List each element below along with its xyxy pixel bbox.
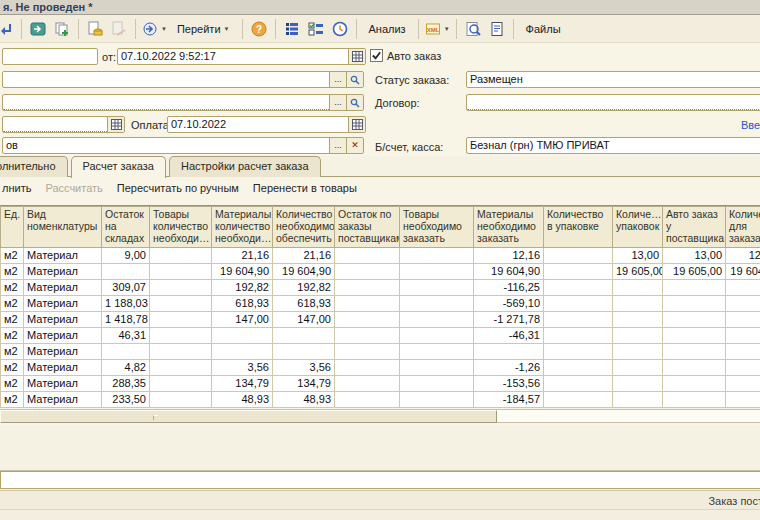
table-cell[interactable]: -46,31 [474, 328, 544, 344]
table-cell[interactable] [400, 344, 474, 360]
table-cell[interactable] [613, 360, 663, 376]
table-cell[interactable] [544, 312, 613, 328]
table-cell[interactable] [400, 360, 474, 376]
table-cell[interactable] [150, 360, 212, 376]
table-cell[interactable] [663, 280, 726, 296]
table-cell[interactable] [544, 248, 613, 264]
auto-order-checkbox[interactable] [370, 49, 383, 62]
table-cell[interactable]: 134,79 [212, 376, 273, 392]
table-row[interactable]: м2Материал233,5048,9348,93-184,57 [1, 392, 760, 408]
table-cell[interactable]: 13,00 [613, 248, 663, 264]
table-cell[interactable] [400, 328, 474, 344]
table-cell[interactable] [544, 360, 613, 376]
table-cell[interactable]: м2 [1, 376, 24, 392]
column-header[interactable]: Количе… упаковок [613, 207, 663, 248]
table-cell[interactable] [400, 280, 474, 296]
table-cell[interactable] [150, 248, 212, 264]
table-cell[interactable] [335, 328, 400, 344]
table-cell[interactable]: 19 604,90 [474, 264, 544, 280]
column-header[interactable]: Авто заказ у поставщика [663, 207, 726, 248]
xml-export-icon[interactable]: XML ▼ [424, 18, 451, 40]
table-cell[interactable]: 12, [726, 248, 760, 264]
table-cell[interactable] [102, 264, 150, 280]
ellipsis-icon[interactable]: ... [329, 72, 346, 87]
table-cell[interactable] [335, 344, 400, 360]
print-preview-icon[interactable] [462, 18, 484, 40]
table-cell[interactable]: 48,93 [273, 392, 335, 408]
copy-add-icon[interactable] [51, 18, 73, 40]
fill-action[interactable]: лнить [2, 182, 31, 194]
table-cell[interactable] [400, 296, 474, 312]
files-button[interactable]: Файлы [519, 18, 568, 40]
table-cell[interactable]: 192,82 [212, 280, 273, 296]
table-cell[interactable] [150, 392, 212, 408]
table-cell[interactable] [613, 376, 663, 392]
table-cell[interactable]: -1,26 [474, 360, 544, 376]
table-cell[interactable]: 192,82 [273, 280, 335, 296]
table-cell[interactable]: м2 [1, 280, 24, 296]
table-cell[interactable]: м2 [1, 328, 24, 344]
back-arrow-icon[interactable] [0, 18, 16, 40]
table-cell[interactable]: -184,57 [474, 392, 544, 408]
table-cell[interactable] [726, 360, 760, 376]
payment-date-field[interactable]: 07.10.2022 [167, 116, 366, 133]
table-cell[interactable] [212, 344, 273, 360]
table-cell[interactable] [613, 328, 663, 344]
table-cell[interactable] [544, 280, 613, 296]
table-cell[interactable] [150, 376, 212, 392]
organization-field[interactable]: ... [2, 71, 364, 88]
checklist-settings-icon[interactable] [305, 18, 327, 40]
table-cell[interactable]: Материал [24, 344, 102, 360]
history-clock-icon[interactable] [329, 18, 351, 40]
table-cell[interactable] [400, 376, 474, 392]
table-cell[interactable] [400, 312, 474, 328]
table-cell[interactable]: 13,00 [663, 248, 726, 264]
refresh-icon[interactable] [27, 18, 49, 40]
table-cell[interactable]: Материал [24, 280, 102, 296]
table-cell[interactable]: Материал [24, 248, 102, 264]
table-cell[interactable]: Материал [24, 264, 102, 280]
table-cell[interactable] [335, 360, 400, 376]
table-cell[interactable]: 21,16 [212, 248, 273, 264]
table-cell[interactable] [613, 344, 663, 360]
clear-icon[interactable]: ✕ [346, 138, 363, 153]
table-row[interactable]: м2Материал [1, 344, 760, 360]
table-cell[interactable] [150, 328, 212, 344]
table-cell[interactable]: Материал [24, 328, 102, 344]
table-cell[interactable]: м2 [1, 248, 24, 264]
table-cell[interactable] [726, 392, 760, 408]
table-cell[interactable]: м2 [1, 296, 24, 312]
table-cell[interactable] [335, 392, 400, 408]
table-cell[interactable]: м2 [1, 344, 24, 360]
table-cell[interactable] [335, 248, 400, 264]
warehouse-field[interactable]: ов ... ✕ [2, 137, 364, 154]
search-icon[interactable] [346, 95, 363, 110]
column-header[interactable]: Материалы необходимо заказать [474, 207, 544, 248]
ellipsis-icon[interactable]: ... [329, 95, 346, 110]
table-cell[interactable] [726, 280, 760, 296]
table-cell[interactable] [150, 312, 212, 328]
help-icon[interactable]: ? [248, 18, 270, 40]
ellipsis-icon[interactable]: ... [329, 138, 346, 153]
table-cell[interactable] [544, 344, 613, 360]
column-header[interactable]: Материалы количество необходи… [212, 207, 273, 248]
table-cell[interactable] [150, 264, 212, 280]
horizontal-scrollbar[interactable] [0, 409, 760, 423]
post-document-icon[interactable] [84, 18, 106, 40]
structure-list-icon[interactable] [281, 18, 303, 40]
table-cell[interactable]: Материал [24, 376, 102, 392]
table-cell[interactable]: Материал [24, 312, 102, 328]
table-cell[interactable]: 618,93 [273, 296, 335, 312]
table-cell[interactable] [663, 392, 726, 408]
column-header[interactable]: Количество в упаковке [544, 207, 613, 248]
table-row[interactable]: м2Материал1 188,03618,93618,93-569,10 [1, 296, 760, 312]
table-cell[interactable] [335, 280, 400, 296]
column-header[interactable]: Остаток по заказы поставщикам [335, 207, 400, 248]
column-header[interactable]: Товары количество необходи… [150, 207, 212, 248]
table-cell[interactable]: 147,00 [273, 312, 335, 328]
table-cell[interactable]: м2 [1, 264, 24, 280]
table-cell[interactable]: Материал [24, 360, 102, 376]
calendar-icon[interactable] [107, 117, 124, 132]
table-cell[interactable]: 3,56 [273, 360, 335, 376]
table-cell[interactable] [273, 344, 335, 360]
